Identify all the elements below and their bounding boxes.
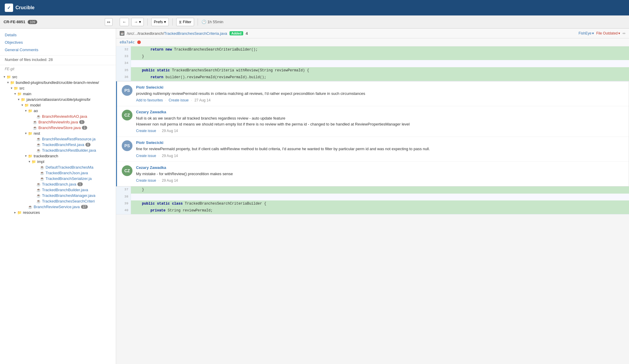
logo-icon: ✓ [5, 4, 13, 12]
app-logo: ✓ Crucible [5, 4, 35, 12]
app-name: Crucible [15, 5, 35, 10]
top-header: ✓ Crucible [0, 0, 629, 15]
